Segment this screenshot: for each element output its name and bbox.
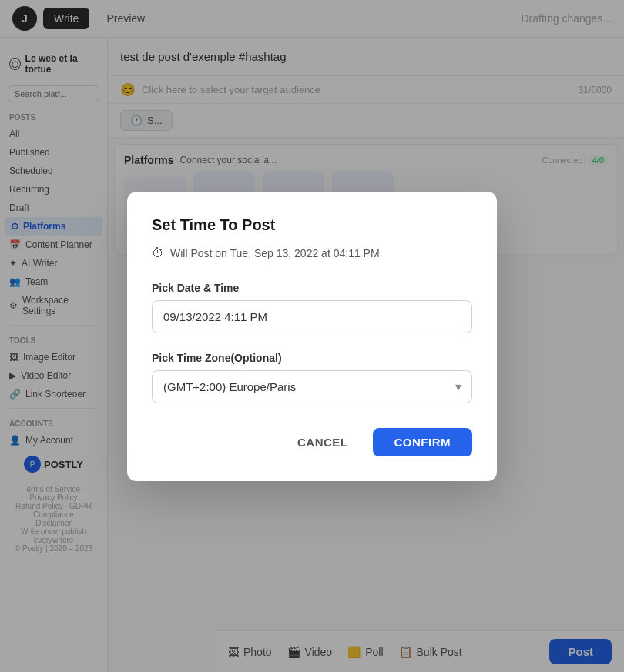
modal-subtitle: ⏱ Will Post on Tue, Sep 13, 2022 at 04:1… <box>152 246 472 260</box>
cancel-button[interactable]: CANCEL <box>282 428 364 456</box>
modal-actions: CANCEL CONFIRM <box>152 428 472 456</box>
timezone-label: Pick Time Zone(Optional) <box>152 352 472 364</box>
set-time-modal: Set Time To Post ⏱ Will Post on Tue, Sep… <box>127 192 497 481</box>
timezone-select[interactable]: (GMT-12:00) International Date Line West… <box>152 370 472 403</box>
date-time-input[interactable] <box>152 300 472 333</box>
modal-clock-icon: ⏱ <box>152 246 164 260</box>
confirm-button[interactable]: CONFIRM <box>373 428 473 456</box>
timezone-select-wrapper: (GMT-12:00) International Date Line West… <box>152 370 472 403</box>
modal-subtitle-text: Will Post on Tue, Sep 13, 2022 at 04:11 … <box>170 247 380 259</box>
date-time-label: Pick Date & Time <box>152 282 472 294</box>
modal-title: Set Time To Post <box>152 216 472 234</box>
modal-overlay: Set Time To Post ⏱ Will Post on Tue, Sep… <box>0 0 624 672</box>
